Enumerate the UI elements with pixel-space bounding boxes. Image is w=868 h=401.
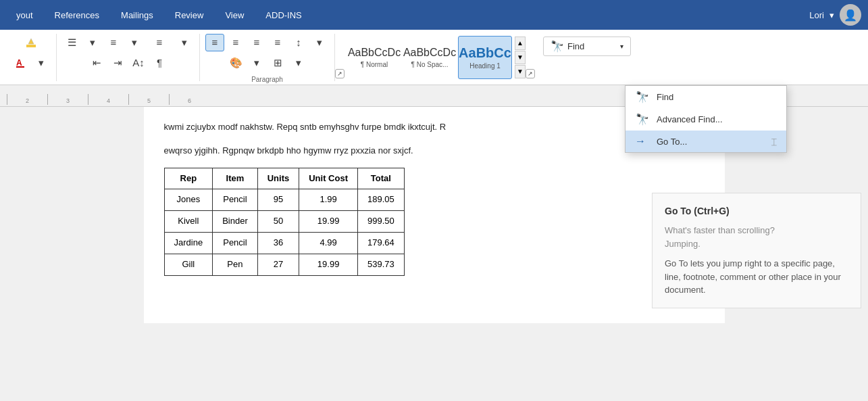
font-color-btn[interactable]: A: [11, 54, 30, 72]
increase-indent-btn[interactable]: ⇥: [108, 54, 127, 72]
gallery-scroll-down[interactable]: ▼: [515, 51, 526, 64]
table-cell: 50: [257, 211, 299, 233]
shading-chevron[interactable]: ▾: [247, 54, 266, 72]
goto-icon: →: [635, 135, 650, 147]
ruler-mark-5: 5: [128, 94, 169, 105]
table-cell: Kivell: [164, 211, 213, 233]
table-row: KivellBinder5019.99999.50: [164, 211, 404, 233]
find-label: Find: [567, 41, 584, 51]
font-group: A ▾: [5, 34, 57, 81]
table-cell: Pencil: [213, 232, 258, 254]
styles-dialog-launcher[interactable]: ↗: [526, 69, 535, 78]
advanced-find-icon: 🔭: [635, 113, 650, 126]
advanced-find-label: Advanced Find...: [657, 114, 723, 124]
table-cell: 95: [257, 189, 299, 211]
style-normal-preview: AaBbCcDc: [348, 46, 401, 59]
align-right-btn[interactable]: ≡: [247, 34, 266, 51]
dropdown-find[interactable]: 🔭 Find: [626, 86, 786, 108]
table-row: JardinePencil364.99179.64: [164, 232, 404, 254]
table-cell: Jones: [164, 189, 213, 211]
tab-layout[interactable]: yout: [7, 6, 43, 24]
style-no-spacing-preview: AaBbCcDc: [403, 46, 456, 59]
table-cell: 1.99: [299, 189, 358, 211]
style-no-spacing[interactable]: AaBbCcDc ¶ No Spac...: [403, 36, 457, 79]
user-name[interactable]: Lori: [809, 10, 824, 20]
line-spacing-btn[interactable]: ↕: [289, 34, 308, 51]
paragraph-label: Paragraph: [251, 74, 283, 83]
paragraph-dialog-launcher[interactable]: ↗: [335, 69, 344, 78]
doc-paragraph-1: kwmi zcjuybx modf nakhstw. Repq sntb emy…: [164, 120, 705, 135]
tooltip-subtitle: What's faster than scrolling?Jumping.: [665, 224, 848, 250]
find-menu-label: Find: [657, 92, 673, 102]
table-row: JonesPencil951.99189.05: [164, 189, 404, 211]
font-color-chevron[interactable]: ▾: [32, 54, 51, 72]
avatar[interactable]: 👤: [840, 4, 861, 26]
line-spacing-chevron[interactable]: ▾: [310, 34, 329, 51]
style-heading1[interactable]: AaBbCc Heading 1: [458, 36, 512, 79]
align-left-btn[interactable]: ≡: [205, 34, 224, 51]
tooltip-body: Go To lets you jump right to a specific …: [665, 257, 848, 297]
bullet-list-btn[interactable]: ☰: [62, 34, 81, 51]
borders-chevron[interactable]: ▾: [289, 54, 308, 72]
numbered-chevron[interactable]: ▾: [125, 34, 144, 51]
find-chevron-icon: ▾: [620, 43, 623, 50]
svg-rect-2: [16, 66, 24, 68]
goto-tooltip: Go To (Ctrl+G) What's faster than scroll…: [652, 193, 861, 308]
numbered-list-btn[interactable]: ≡: [104, 34, 123, 51]
cursor-indicator: ⌶: [771, 137, 777, 147]
table-cell: Binder: [213, 211, 258, 233]
doc-table: Rep Item Units Unit Cost Total JonesPenc…: [164, 168, 405, 276]
style-heading1-label: Heading 1: [469, 62, 501, 70]
style-normal-label: ¶ Normal: [361, 61, 388, 68]
col-units: Units: [257, 168, 299, 189]
table-cell: Gill: [164, 254, 213, 275]
borders-btn[interactable]: ⊞: [268, 54, 287, 72]
find-button[interactable]: 🔭 Find ▾: [543, 37, 631, 56]
gallery-scroll-up[interactable]: ▲: [515, 37, 526, 50]
style-normal[interactable]: AaBbCcDc ¶ Normal: [347, 36, 401, 79]
table-cell: 36: [257, 232, 299, 254]
col-unitcost: Unit Cost: [299, 168, 358, 189]
ribbon-tab-bar: yout References Mailings Review View ADD…: [0, 0, 868, 30]
find-group: 🔭 Find ▾: [538, 34, 636, 81]
ruler-mark-2: 2: [7, 94, 47, 105]
tab-review[interactable]: Review: [165, 6, 213, 24]
table-cell: Pen: [213, 254, 258, 275]
user-area: Lori ▾ 👤: [809, 4, 861, 26]
alignment-group: ≡ ≡ ≡ ≡ ↕ ▾ 🎨 ▾ ⊞ ▾ Paragraph: [200, 34, 335, 81]
gallery-scroll-expand[interactable]: ▼: [515, 65, 526, 78]
shading-btn[interactable]: 🎨: [226, 54, 245, 72]
multilevel-list-btn[interactable]: ≡: [146, 34, 173, 51]
bullet-chevron[interactable]: ▾: [83, 34, 102, 51]
table-cell: 179.64: [358, 232, 405, 254]
pilcrow-btn[interactable]: ¶: [150, 54, 169, 72]
decrease-indent-btn[interactable]: ⇤: [87, 54, 106, 72]
doc-paragraph-2: ewqrso yjgihh. Rgpnqw brkdpb hho hgymw r…: [164, 144, 705, 158]
align-center-btn[interactable]: ≡: [226, 34, 245, 51]
tab-view[interactable]: View: [215, 6, 253, 24]
svg-text:A: A: [16, 58, 22, 68]
dropdown-goto[interactable]: → Go To... ⌶: [626, 131, 786, 152]
table-header-row: Rep Item Units Unit Cost Total: [164, 168, 404, 189]
tab-references[interactable]: References: [45, 6, 109, 24]
tab-addins[interactable]: ADD-INS: [256, 6, 311, 24]
col-item: Item: [213, 168, 258, 189]
dropdown-advanced-find[interactable]: 🔭 Advanced Find...: [626, 108, 786, 131]
table-cell: Pencil: [213, 189, 258, 211]
col-total: Total: [358, 168, 405, 189]
app-window: yout References Mailings Review View ADD…: [0, 0, 868, 401]
table-cell: 999.50: [358, 211, 405, 233]
style-heading1-preview: AaBbCc: [459, 45, 511, 61]
table-cell: 19.99: [299, 211, 358, 233]
styles-gallery: AaBbCcDc ¶ Normal AaBbCcDc ¶ No Spac... …: [347, 34, 526, 81]
gallery-scroll: ▲ ▼ ▼: [515, 37, 526, 78]
ribbon-controls: A ▾ ☰ ▾ ≡ ▾ ≡ ▾ ⇤ ⇥ A↕ ¶: [0, 30, 868, 85]
multilevel-chevron[interactable]: ▾: [175, 34, 194, 51]
table-row: GillPen2719.99539.73: [164, 254, 404, 275]
tooltip-title: Go To (Ctrl+G): [665, 204, 848, 218]
sort-btn[interactable]: A↕: [129, 54, 148, 72]
tab-mailings[interactable]: Mailings: [111, 6, 163, 24]
highlight-btn[interactable]: [22, 34, 41, 51]
user-chevron: ▾: [829, 10, 834, 20]
align-justify-btn[interactable]: ≡: [268, 34, 287, 51]
